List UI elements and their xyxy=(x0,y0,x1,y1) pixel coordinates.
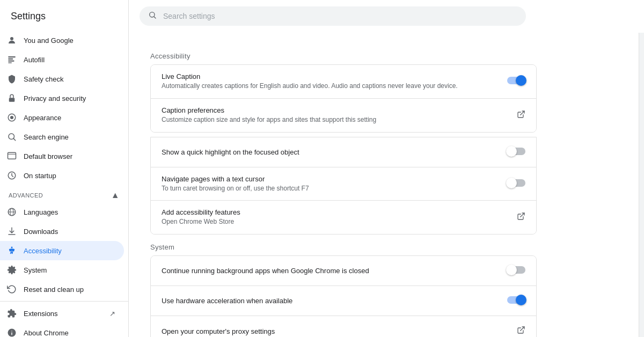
info-icon xyxy=(6,327,17,337)
scrollbar-track xyxy=(639,0,644,337)
navigate-pages-toggle-track xyxy=(507,179,525,187)
sidebar-item-label: Extensions xyxy=(24,310,58,318)
sidebar-item-label: Reset and clean up xyxy=(24,285,84,294)
live-caption-text: Live Caption Automatically creates capti… xyxy=(162,72,499,91)
live-caption-toggle[interactable] xyxy=(507,77,525,84)
caption-preferences-row[interactable]: Caption preferences Customize caption si… xyxy=(151,99,536,132)
accessibility-card-2: Show a quick highlight on the focused ob… xyxy=(150,137,537,235)
caption-pref-title: Caption preferences xyxy=(162,106,508,114)
hardware-acceleration-row[interactable]: Use hardware acceleration when available xyxy=(151,286,536,316)
sidebar-item-extensions[interactable]: Extensions ↗ xyxy=(0,304,124,323)
navigate-pages-desc: To turn caret browsing on or off, use th… xyxy=(162,184,499,193)
system-section-title: System xyxy=(150,235,537,255)
sidebar-item-privacy-security[interactable]: Privacy and security xyxy=(0,89,124,108)
show-highlight-toggle[interactable] xyxy=(507,148,525,155)
accessibility-section-title: Accessibility xyxy=(150,43,537,64)
navigate-pages-text: Navigate pages with a text cursor To tur… xyxy=(162,175,499,193)
search-bar-container xyxy=(129,0,644,33)
advanced-section-header[interactable]: Advanced ▲ xyxy=(0,185,128,202)
svg-point-7 xyxy=(10,116,13,119)
svg-line-9 xyxy=(13,138,15,140)
continue-background-toggle[interactable] xyxy=(507,266,525,274)
sidebar-item-system[interactable]: System xyxy=(0,260,124,280)
downloads-icon xyxy=(6,226,17,237)
continue-background-thumb xyxy=(506,265,517,275)
continue-background-row[interactable]: Continue running background apps when Go… xyxy=(151,256,536,286)
svg-rect-5 xyxy=(9,98,15,102)
caption-pref-external-control[interactable] xyxy=(517,110,525,121)
hardware-accel-track xyxy=(507,296,525,304)
live-caption-row[interactable]: Live Caption Automatically creates capti… xyxy=(151,65,536,99)
svg-rect-3 xyxy=(8,61,14,62)
external-link-small-icon: ↗ xyxy=(109,310,115,318)
hardware-accel-thumb xyxy=(516,295,526,305)
extensions-icon xyxy=(6,308,17,319)
live-caption-desc: Automatically creates captions for Engli… xyxy=(162,82,499,91)
svg-line-24 xyxy=(521,213,524,217)
svg-line-25 xyxy=(521,327,524,331)
navigate-pages-row[interactable]: Navigate pages with a text cursor To tur… xyxy=(151,167,536,201)
add-accessibility-external-control[interactable] xyxy=(517,212,525,223)
svg-line-22 xyxy=(154,17,156,18)
main-content: Accessibility Live Caption Automatically… xyxy=(129,0,644,337)
advanced-chevron: ▲ xyxy=(111,191,120,200)
shield-icon xyxy=(6,74,17,84)
sidebar-item-languages[interactable]: Languages xyxy=(0,202,124,222)
navigate-pages-toggle-control[interactable] xyxy=(507,179,525,188)
appearance-icon xyxy=(6,112,17,123)
sidebar-item-label: System xyxy=(24,266,47,274)
system-icon xyxy=(6,265,17,275)
sidebar-item-downloads[interactable]: Downloads xyxy=(0,222,124,241)
continue-background-toggle-control[interactable] xyxy=(507,266,525,275)
sidebar-item-label: On startup xyxy=(24,172,56,180)
accessibility-icon xyxy=(6,245,17,256)
startup-icon xyxy=(6,170,17,181)
add-accessibility-title: Add accessibility features xyxy=(162,208,508,216)
live-caption-toggle-control[interactable] xyxy=(507,77,525,86)
sidebar-item-appearance[interactable]: Appearance xyxy=(0,108,124,127)
live-caption-toggle-track xyxy=(507,77,525,84)
sidebar-item-label: Accessibility xyxy=(24,247,62,255)
advanced-label: Advanced xyxy=(9,192,43,199)
sidebar-item-label: Search engine xyxy=(24,133,69,141)
sidebar-item-autofill[interactable]: Autofill xyxy=(0,50,124,69)
search-input[interactable] xyxy=(163,12,517,20)
hardware-accel-text: Use hardware acceleration when available xyxy=(162,297,499,305)
sidebar-item-label: Default browser xyxy=(24,152,72,160)
sidebar-item-safety-check[interactable]: Safety check xyxy=(0,69,124,89)
sidebar-item-on-startup[interactable]: On startup xyxy=(0,166,124,185)
add-accessibility-desc: Open Chrome Web Store xyxy=(162,217,508,226)
sidebar-item-about-chrome[interactable]: About Chrome xyxy=(0,323,124,337)
hardware-accel-toggle[interactable] xyxy=(507,296,525,304)
proxy-text: Open your computer's proxy settings xyxy=(162,327,508,335)
show-highlight-title: Show a quick highlight on the focused ob… xyxy=(162,148,499,156)
live-caption-toggle-thumb xyxy=(516,75,526,86)
sidebar-item-label: About Chrome xyxy=(24,329,69,337)
continue-background-track xyxy=(507,266,525,274)
sidebar-item-default-browser[interactable]: Default browser xyxy=(0,146,124,166)
navigate-pages-title: Navigate pages with a text cursor xyxy=(162,175,499,183)
search-engine-icon xyxy=(6,131,17,142)
sidebar-item-reset-and-clean-up[interactable]: Reset and clean up xyxy=(0,280,124,299)
proxy-external-control[interactable] xyxy=(517,326,525,336)
sidebar-item-accessibility[interactable]: Accessibility xyxy=(0,241,124,260)
search-bar[interactable] xyxy=(140,6,526,26)
proxy-settings-row[interactable]: Open your computer's proxy settings xyxy=(151,316,536,337)
reset-icon xyxy=(6,284,17,295)
show-highlight-toggle-thumb xyxy=(506,146,517,157)
external-link-icon-2 xyxy=(517,213,525,222)
sidebar-item-search-engine[interactable]: Search engine xyxy=(0,127,124,146)
hardware-accel-toggle-control[interactable] xyxy=(507,296,525,305)
navigate-pages-toggle[interactable] xyxy=(507,179,525,187)
sidebar-item-label: Appearance xyxy=(24,114,61,122)
add-accessibility-row[interactable]: Add accessibility features Open Chrome W… xyxy=(151,201,536,234)
person-icon xyxy=(6,35,17,46)
hardware-accel-title: Use hardware acceleration when available xyxy=(162,297,499,305)
sidebar-item-label: You and Google xyxy=(24,36,74,45)
live-caption-title: Live Caption xyxy=(162,72,499,80)
accessibility-card-1: Live Caption Automatically creates capti… xyxy=(150,64,537,133)
show-highlight-toggle-control[interactable] xyxy=(507,148,525,157)
show-highlight-row[interactable]: Show a quick highlight on the focused ob… xyxy=(151,137,536,167)
sidebar-item-label: Autofill xyxy=(24,56,45,64)
sidebar-item-you-and-google[interactable]: You and Google xyxy=(0,31,124,50)
